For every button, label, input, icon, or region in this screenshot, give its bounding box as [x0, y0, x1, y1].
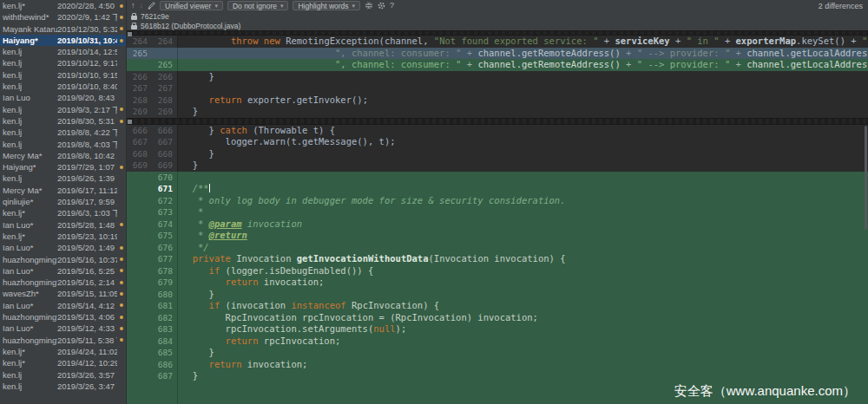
unified-viewer-dropdown[interactable]: Unified viewer ▾ — [160, 1, 223, 10]
code-line[interactable]: 675 * @return — [127, 230, 868, 242]
commit-author: Ian Luo* — [0, 265, 57, 277]
history-row[interactable]: ken.lj*2020/2/28, 4:50 下午 — [0, 0, 126, 11]
commit-date: 2019/5/16, 10:37 下午 — [57, 254, 117, 265]
history-row[interactable]: Haiyang*2019/10/31, 10:47 上午 — [0, 35, 126, 46]
history-row[interactable]: ken.lj2019/10/10, 9:15 下午 — [0, 69, 126, 81]
code-line[interactable]: 670 — [127, 172, 868, 184]
code-line[interactable]: 265 ", channel: consumer: " + channel.ge… — [127, 48, 868, 60]
history-row[interactable]: ken.lj*2019/6/3, 1:03 下午 — [0, 207, 126, 218]
help-icon[interactable]: ? — [390, 2, 394, 10]
history-row[interactable]: Mayank Kataruk.2019/12/30, 5:32 下午 — [0, 23, 126, 35]
history-row[interactable]: ken.lj2019/10/10, 8:40 上午 — [0, 81, 126, 92]
fold-handle[interactable] — [128, 120, 132, 124]
history-row[interactable] — [0, 392, 126, 403]
differences-count: 2 differences — [819, 2, 863, 10]
code-line[interactable]: 684 return rpcInvocation; — [127, 336, 868, 348]
current-commit-hash: 5618b12 (DubboProtocol.java) — [141, 22, 240, 30]
code-line[interactable]: 686 return invocation; — [127, 359, 868, 371]
code-line[interactable]: 674 * @param invocation — [127, 218, 868, 231]
history-row[interactable]: huazhongming*2019/5/13, 4:06 下午 — [0, 311, 126, 323]
history-row[interactable]: Mercy Ma*2019/6/17, 11:12 上午 — [0, 185, 126, 196]
history-row[interactable]: ken.lj2019/3/26, 3:47 下午 — [0, 381, 126, 392]
diff-editor[interactable]: 264264 throw new RemotingException(chann… — [127, 30, 868, 404]
history-row[interactable]: Ian Luo*2019/5/12, 4:33 下午 — [0, 323, 126, 334]
settings-gear-icon[interactable] — [378, 2, 385, 10]
code-line[interactable]: 681 if (invocation instanceof RpcInvocat… — [127, 300, 868, 312]
code-line[interactable]: 668668 } — [127, 148, 868, 160]
commit-marker — [117, 327, 126, 330]
commit-author: Mayank Kataruk. — [0, 23, 57, 35]
history-row[interactable]: ken.lj*2019/4/24, 11:02 上午 — [0, 346, 126, 357]
history-row[interactable]: ken.lj2019/8/8, 4:03 下午 — [0, 139, 126, 150]
edit-pencil-icon[interactable] — [148, 2, 155, 10]
code-text: } — [177, 71, 868, 83]
collapsed-region[interactable] — [127, 118, 868, 125]
code-line[interactable]: 667667 logger.warn(t.getMessage(), t); — [127, 136, 868, 148]
code-line[interactable]: 676 */ — [127, 242, 868, 254]
ignore-policy-dropdown[interactable]: Do not ignore ▾ — [227, 1, 289, 10]
history-row[interactable]: ken.lj*2019/4/12, 10:29 上午 — [0, 357, 126, 368]
old-line-number: 668 — [127, 148, 152, 160]
code-line[interactable]: 678 if (logger.isDebugEnabled()) { — [127, 265, 868, 277]
code-line[interactable]: 671 /** — [127, 183, 868, 195]
history-row[interactable]: ken.lj*2019/5/23, 10:19 上午 — [0, 231, 126, 242]
highlight-mode-dropdown[interactable]: Highlight words ▾ — [293, 1, 360, 10]
ignore-policy-label: Do not ignore — [233, 2, 277, 10]
next-difference-icon[interactable]: ↓ — [140, 2, 144, 10]
history-row[interactable]: ken.lj2019/10/12, 9:17 下午 — [0, 57, 126, 68]
old-line-number — [127, 300, 152, 312]
code-line[interactable]: 685 } — [127, 347, 868, 359]
history-row[interactable]: huazhongming*2019/5/11, 5:38 下午 — [0, 335, 126, 346]
history-row[interactable]: ken.lj2019/6/26, 1:39 下午 — [0, 173, 126, 184]
code-line[interactable]: 677 private Invocation getInvocationWith… — [127, 253, 868, 265]
new-line-number — [152, 48, 177, 60]
history-row[interactable]: Ian Luo*2019/5/20, 1:49 下午 — [0, 242, 126, 253]
code-text — [177, 82, 868, 94]
history-row[interactable]: Ian Luo*2019/5/14, 4:12 下午 — [0, 300, 126, 311]
code-line[interactable]: 268268 return exporter.getInvoker(); — [127, 94, 868, 107]
history-row[interactable]: ken.lj2019/10/14, 12:58 下午 — [0, 46, 126, 57]
new-line-number: 264 — [152, 36, 177, 48]
history-row[interactable]: Ian Luo*2019/5/28, 1:48 下午 — [0, 219, 126, 231]
code-line[interactable]: 672 * only log body in debugger mode for… — [127, 195, 868, 207]
code-line[interactable]: 267267 — [127, 82, 868, 94]
history-row[interactable]: wavesZh*2019/5/15, 11:05 上午 — [0, 288, 126, 299]
collapse-unchanged-icon[interactable] — [365, 2, 373, 10]
history-row[interactable]: ken.lj2019/9/3, 2:17 下午 — [0, 104, 126, 115]
code-line[interactable]: 669669 } — [127, 160, 868, 172]
code-line[interactable]: 682 RpcInvocation rpcInvocation = (RpcIn… — [127, 312, 868, 324]
history-row[interactable]: Ian Luo*2019/5/16, 5:25 下午 — [0, 265, 126, 277]
history-row[interactable]: ken.lj2019/3/26, 3:57 下午 — [0, 369, 126, 381]
history-row[interactable]: ken.lj2019/8/30, 5:31 下午 — [0, 115, 126, 127]
code-line[interactable]: 264264 throw new RemotingException(chann… — [127, 36, 868, 48]
fold-handle[interactable] — [128, 32, 132, 36]
code-line[interactable]: 269269 } — [127, 106, 868, 118]
code-line[interactable]: 673 * — [127, 206, 868, 218]
code-line[interactable]: 679 return invocation; — [127, 277, 868, 289]
previous-difference-icon[interactable]: ↑ — [131, 2, 135, 10]
code-text: return invocation; — [177, 359, 868, 371]
gold-dot-icon — [120, 338, 123, 342]
history-row[interactable]: huazhongming*2019/5/16, 10:37 下午 — [0, 254, 126, 265]
new-line-number: 668 — [152, 148, 177, 160]
code-line[interactable]: 266266 } — [127, 71, 868, 83]
history-row[interactable]: qinliujie*2019/6/17, 9:59 上午 — [0, 196, 126, 207]
history-row[interactable]: withthewind*2020/2/9, 1:42 下午 — [0, 11, 126, 23]
history-row[interactable]: Haiyang*2019/7/29, 1:07 下午 — [0, 161, 126, 173]
commit-marker — [117, 246, 126, 250]
history-row[interactable]: huazhongming*2019/5/16, 2:14 下午 — [0, 277, 126, 288]
history-panel[interactable]: ken.lj*2020/2/28, 4:50 下午withthewind*202… — [0, 0, 127, 404]
code-line[interactable]: 666666 } catch (Throwable t) { — [127, 125, 868, 137]
history-row[interactable]: Mercy Ma*2019/8/8, 10:42 上午 — [0, 150, 126, 161]
code-text: if (invocation instanceof RpcInvocation)… — [177, 300, 868, 312]
code-line[interactable]: 265 ", channel: consumer: " + channel.ge… — [127, 59, 868, 71]
code-line[interactable]: 680 } — [127, 289, 868, 301]
history-row[interactable]: ken.lj2019/8/8, 4:22 下午 — [0, 127, 126, 138]
history-row[interactable]: Ian Luo2019/9/20, 8:43 下午 — [0, 92, 126, 103]
code-line[interactable]: 687 } — [127, 370, 868, 382]
collapsed-region[interactable] — [127, 30, 868, 36]
commit-date: 2019/8/8, 4:03 下午 — [57, 139, 117, 150]
vertical-scrollbar[interactable] — [865, 126, 867, 230]
code-line[interactable]: 683 rpcInvocation.setArguments(null); — [127, 323, 868, 336]
commit-date: 2019/10/31, 10:47 上午 — [57, 35, 117, 46]
